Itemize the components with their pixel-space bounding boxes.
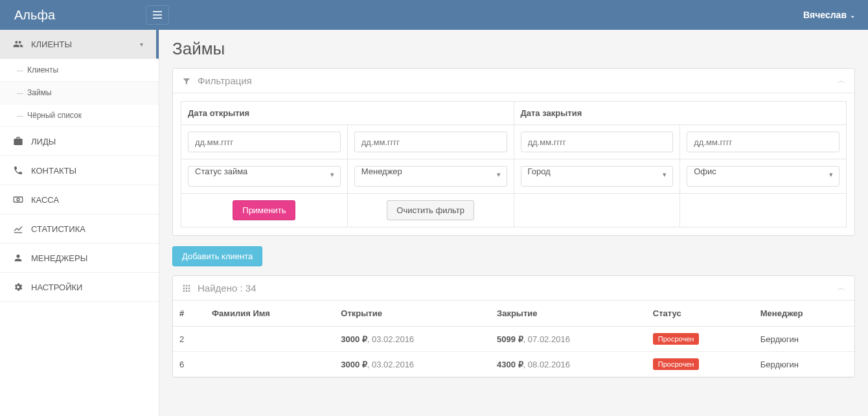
sidebar-item-label: СТАТИСТИКА — [31, 224, 86, 234]
sidebar-sub-blacklist[interactable]: Чёрный список — [0, 104, 159, 127]
clear-filter-button[interactable]: Очистить фильтр — [387, 200, 474, 220]
menu-icon — [153, 11, 162, 19]
open-date-label: Дата открытия — [181, 102, 514, 125]
sidebar-toggle-button[interactable] — [146, 5, 169, 25]
col-num: # — [173, 301, 205, 327]
chart-icon — [13, 224, 25, 234]
svg-rect-6 — [186, 287, 187, 288]
city-select[interactable]: Город — [521, 166, 674, 187]
svg-rect-10 — [188, 290, 190, 291]
users-icon — [13, 39, 25, 49]
svg-point-1 — [17, 198, 19, 201]
svg-rect-7 — [188, 287, 190, 288]
close-date-to-input[interactable] — [687, 132, 839, 152]
main-content: Займы Фильтрация ︿ Дата открытия Дата за… — [159, 30, 868, 416]
chevron-up-icon[interactable]: ︿ — [838, 283, 845, 294]
sidebar-item-label: МЕНЕДЖЕРЫ — [31, 253, 87, 263]
navbar: Альфа Вячеслав ⌄ — [0, 0, 868, 30]
office-select[interactable]: Офис — [687, 166, 839, 187]
sidebar-item-contacts[interactable]: КОНТАКТЫ — [0, 156, 159, 185]
sidebar-sub-loans[interactable]: Займы — [0, 82, 159, 104]
results-panel-header[interactable]: Найдено : 34 ︿ — [173, 276, 854, 301]
chevron-down-icon: ⌄ — [850, 12, 855, 19]
gear-icon — [13, 282, 25, 292]
col-status: Статус — [646, 301, 754, 327]
status-badge: Просрочен — [653, 358, 700, 370]
filter-icon — [182, 76, 191, 86]
sidebar-sub-clients[interactable]: Клиенты — [0, 59, 159, 82]
sidebar-item-label: ЛИДЫ — [31, 137, 56, 146]
user-name: Вячеслав — [803, 10, 847, 20]
svg-rect-0 — [14, 197, 22, 202]
phone-icon — [13, 165, 25, 176]
table-row[interactable]: 63000 ₽, 03.02.20164300 ₽, 08.02.2016Про… — [173, 352, 854, 377]
sidebar-item-managers[interactable]: МЕНЕДЖЕРЫ — [0, 244, 159, 273]
svg-rect-9 — [186, 290, 187, 291]
chevron-up-icon[interactable]: ︿ — [838, 75, 845, 86]
status-select[interactable]: Статус займа — [188, 166, 341, 187]
grid-icon — [182, 284, 191, 293]
sidebar-item-stats[interactable]: СТАТИСТИКА — [0, 214, 159, 244]
sidebar-item-cash[interactable]: КАССА — [0, 185, 159, 214]
manager-select[interactable]: Менеджер — [354, 166, 507, 187]
sidebar-item-leads[interactable]: ЛИДЫ — [0, 127, 159, 156]
status-badge: Просрочен — [653, 333, 700, 345]
sidebar-item-label: КОНТАКТЫ — [31, 166, 76, 176]
sidebar-item-clients[interactable]: КЛИЕНТЫ ▾ — [0, 30, 159, 59]
col-close: Закрытие — [490, 301, 646, 327]
col-open: Открытие — [334, 301, 490, 327]
svg-rect-3 — [186, 284, 187, 286]
svg-rect-5 — [183, 287, 185, 288]
results-table: # Фамилия Имя Открытие Закрытие Статус М… — [173, 301, 854, 377]
user-menu[interactable]: Вячеслав ⌄ — [803, 10, 855, 20]
filter-panel: Фильтрация ︿ Дата открытия Дата закрытия — [172, 68, 855, 236]
sidebar-item-label: НАСТРОЙКИ — [31, 283, 82, 292]
svg-rect-2 — [183, 284, 185, 286]
sidebar-item-label: КЛИЕНТЫ — [31, 40, 72, 49]
svg-rect-4 — [188, 284, 190, 286]
filter-panel-title: Фильтрация — [198, 75, 252, 86]
open-date-to-input[interactable] — [354, 132, 507, 152]
money-icon — [13, 194, 25, 205]
sidebar-item-label: КАССА — [31, 195, 59, 205]
close-date-label: Дата закрытия — [514, 102, 847, 125]
caret-down-icon: ▾ — [140, 41, 143, 48]
apply-filter-button[interactable]: Применить — [233, 200, 295, 220]
user-icon — [13, 253, 25, 263]
page-title: Займы — [172, 39, 855, 59]
sidebar: КЛИЕНТЫ ▾ Клиенты Займы Чёрный список ЛИ… — [0, 30, 159, 416]
briefcase-icon — [13, 136, 25, 146]
results-found-label: Найдено : 34 — [198, 283, 256, 294]
results-panel: Найдено : 34 ︿ # Фамилия Имя Открытие За… — [172, 275, 855, 378]
col-name: Фамилия Имя — [205, 301, 334, 327]
sidebar-item-settings[interactable]: НАСТРОЙКИ — [0, 273, 159, 302]
table-row[interactable]: 23000 ₽, 03.02.20165099 ₽, 07.02.2016Про… — [173, 327, 854, 352]
col-manager: Менеджер — [754, 301, 854, 327]
brand[interactable]: Альфа — [14, 8, 55, 23]
open-date-from-input[interactable] — [188, 132, 341, 152]
close-date-from-input[interactable] — [521, 132, 674, 152]
add-client-button[interactable]: Добавить клиента — [172, 246, 262, 266]
svg-rect-8 — [183, 290, 185, 291]
filter-panel-header[interactable]: Фильтрация ︿ — [173, 69, 854, 93]
